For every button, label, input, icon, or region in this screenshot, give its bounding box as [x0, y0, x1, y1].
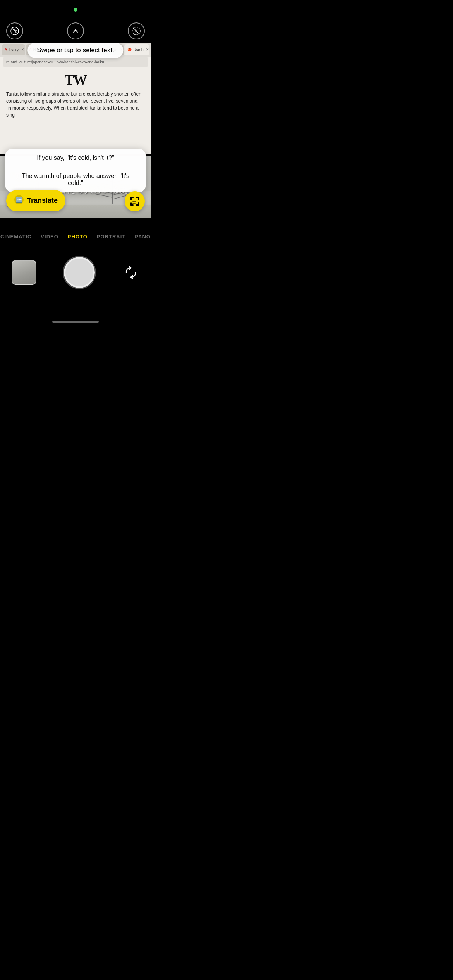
tab-close-0[interactable]: ✕ — [21, 48, 24, 51]
camera-mode-pano[interactable]: PANO — [135, 234, 151, 240]
svg-rect-43 — [132, 200, 137, 200]
tab-close-5[interactable]: ✕ — [146, 48, 149, 51]
svg-rect-36 — [130, 197, 132, 200]
page-content: TW Tanka follow similar a structure but … — [0, 70, 151, 120]
tab-0[interactable]: A Everyt ✕ — [2, 44, 25, 55]
flip-camera-button[interactable] — [122, 264, 139, 281]
page-logo: TW — [6, 72, 145, 88]
page-body-text: Tanka follow similar a structure but are… — [6, 91, 145, 118]
camera-bottom-controls — [0, 242, 151, 303]
svg-line-4 — [133, 28, 139, 34]
camera-mode-video[interactable]: VIDEO — [41, 234, 58, 240]
chevron-up-button[interactable] — [67, 22, 84, 39]
svg-rect-44 — [132, 201, 136, 202]
translate-button[interactable]: 🔤 Translate — [6, 190, 65, 211]
tab-5[interactable]: 🍎 Use Li ✕ — [124, 44, 149, 55]
home-indicator — [52, 321, 99, 323]
live-photo-off-button[interactable] — [128, 22, 145, 39]
last-photo-thumbnail[interactable] — [12, 260, 36, 285]
svg-rect-45 — [132, 203, 136, 204]
thumbnail-image — [12, 261, 36, 284]
top-controls — [0, 19, 151, 43]
svg-text:🔤: 🔤 — [16, 197, 23, 203]
status-dot — [74, 8, 77, 12]
camera-mode-photo[interactable]: PHOTO — [68, 234, 88, 240]
shutter-button[interactable] — [64, 257, 95, 288]
live-text-scan-button[interactable] — [125, 191, 145, 211]
camera-mode-cinematic[interactable]: CINEMATIC — [0, 234, 31, 240]
camera-mode-portrait[interactable]: PORTRAIT — [97, 234, 125, 240]
browser-content: rt_and_culture/japanese-cu...n-to-kanshi… — [0, 57, 151, 155]
translation-line-1: If you say, "It's cold, isn't it?" — [5, 149, 146, 167]
flash-off-button[interactable] — [6, 22, 23, 39]
status-bar — [0, 0, 151, 19]
translation-overlay: If you say, "It's cold, isn't it?" The w… — [5, 149, 146, 192]
translate-icon: 🔤 — [14, 195, 24, 207]
swipe-tooltip: Swipe or tap to select text. — [27, 43, 123, 58]
svg-rect-42 — [138, 202, 139, 206]
url-bar[interactable]: rt_and_culture/japanese-cu...n-to-kanshi… — [3, 57, 148, 67]
translation-line-2: The warmth of people who answer, "It's c… — [5, 167, 146, 192]
svg-rect-38 — [138, 197, 139, 200]
svg-rect-40 — [130, 202, 132, 206]
translate-label: Translate — [27, 197, 58, 205]
